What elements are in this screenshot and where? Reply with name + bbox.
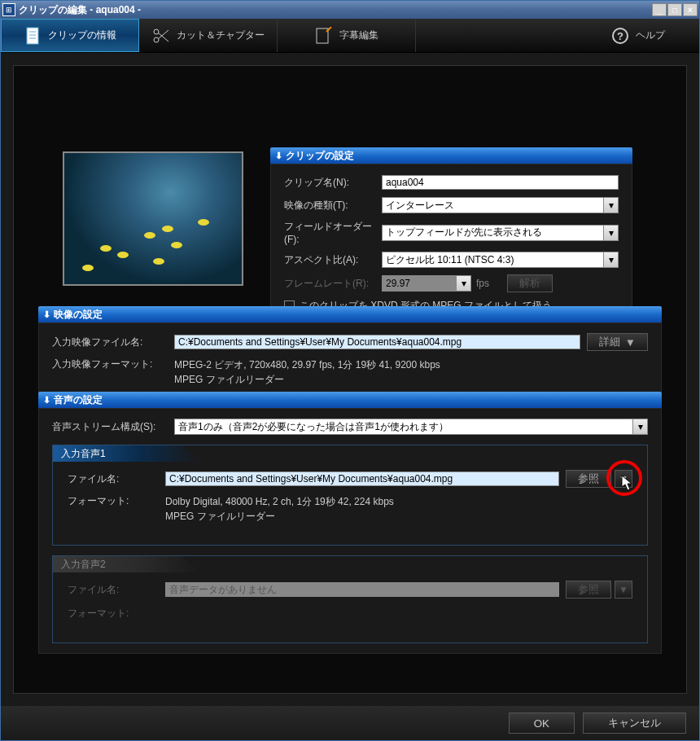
- toolbar: クリップの情報 カット＆チャプター 字幕編集 ? ヘルプ: [1, 19, 699, 53]
- clip-name-label: クリップ名(N):: [284, 176, 382, 190]
- chevron-down-icon: ⬇: [43, 395, 50, 406]
- video-format-label: 入力映像フォーマット:: [52, 357, 174, 371]
- audio1-dropdown-button[interactable]: ▼: [615, 470, 632, 488]
- audio2-file-label: ファイル名:: [68, 583, 165, 597]
- video-file-input[interactable]: [174, 335, 580, 349]
- aspect-label: アスペクト比(A):: [284, 253, 382, 267]
- audio2-dropdown-button: ▼: [615, 581, 632, 598]
- analyze-button: 解析: [507, 274, 553, 292]
- maximize-button[interactable]: □: [667, 3, 682, 16]
- stream-label: 音声ストリーム構成(S):: [52, 420, 174, 434]
- window-controls: _ □ ×: [652, 3, 698, 16]
- detail-button[interactable]: 詳細 ▼: [587, 333, 648, 351]
- audio2-format-label: フォーマット:: [68, 607, 165, 620]
- bottom-bar: OK キャンセル: [1, 706, 699, 740]
- tab-label: カット＆チャプター: [177, 28, 265, 42]
- titlebar[interactable]: ⊞ クリップの編集 - aqua004 - _ □ ×: [1, 1, 699, 19]
- chevron-down-icon: ⬇: [275, 151, 282, 161]
- aspect-select[interactable]: ピクセル比 10:11 (NTSC 4:3)▾: [382, 252, 619, 268]
- svg-point-5: [154, 29, 159, 34]
- field-order-label: フィールドオーダー(F):: [284, 220, 382, 245]
- clip-thumbnail: [63, 151, 243, 286]
- section-header: ⬇ クリップの設定: [270, 147, 632, 164]
- svg-rect-0: [27, 28, 38, 44]
- app-window: ⊞ クリップの編集 - aqua004 - _ □ × クリップの情報 カット＆…: [0, 0, 700, 741]
- svg-text:?: ?: [617, 30, 623, 42]
- svg-line-7: [158, 30, 168, 39]
- tab-help[interactable]: ? ヘルプ: [577, 19, 699, 52]
- tab-label: ヘルプ: [636, 28, 665, 42]
- browse-button[interactable]: 参照: [566, 470, 611, 488]
- framerate-label: フレームレート(R):: [284, 277, 382, 291]
- browse-button-disabled: 参照: [566, 581, 611, 598]
- clip-settings-section: ⬇ クリップの設定 クリップ名(N): 映像の種類(T): インターレース▾ フ…: [270, 147, 632, 323]
- audio1-file-input[interactable]: [165, 471, 559, 486]
- audio1-format-label: フォーマット:: [68, 494, 165, 508]
- fps-unit: fps: [476, 278, 501, 289]
- dropdown-icon[interactable]: ▾: [632, 419, 647, 434]
- tab-subtitle[interactable]: 字幕編集: [278, 19, 416, 52]
- video-file-label: 入力映像ファイル名:: [52, 335, 174, 349]
- field-order-select[interactable]: トップフィールドが先に表示される▾: [382, 225, 619, 241]
- edit-icon: [315, 27, 333, 45]
- chevron-down-icon: ⬇: [43, 309, 50, 320]
- audio1-subsection: 入力音声1 ファイル名: 参照 ▼ フォーマット:: [52, 445, 648, 546]
- scissors-icon: [152, 27, 170, 45]
- document-icon: [24, 27, 42, 45]
- audio2-file-input: [165, 582, 559, 597]
- stream-select[interactable]: 音声1のみ（音声2が必要になった場合は音声1が使われます）▾: [174, 419, 648, 435]
- tab-clip-info[interactable]: クリップの情報: [1, 19, 139, 52]
- sub-header: 入力音声1: [53, 445, 199, 462]
- dropdown-icon[interactable]: ▾: [603, 252, 618, 267]
- window-title: クリップの編集 - aqua004 -: [19, 3, 652, 17]
- video-type-label: 映像の種類(T):: [284, 199, 382, 213]
- cancel-button[interactable]: キャンセル: [583, 712, 686, 734]
- tab-cut-chapter[interactable]: カット＆チャプター: [139, 19, 278, 52]
- content-area: ⬇ クリップの設定 クリップ名(N): 映像の種類(T): インターレース▾ フ…: [1, 53, 699, 706]
- inner-panel: ⬇ クリップの設定 クリップ名(N): 映像の種類(T): インターレース▾ フ…: [13, 65, 687, 694]
- video-format-info: MPEG-2 ビデオ, 720x480, 29.97 fps, 1分 19秒 4…: [174, 357, 440, 387]
- tab-label: 字幕編集: [339, 28, 378, 42]
- audio2-subsection: 入力音声2 ファイル名: 参照 ▼ フォーマット:: [52, 555, 648, 643]
- sub-header: 入力音声2: [53, 556, 199, 572]
- section-header: ⬇ 映像の設定: [38, 306, 662, 322]
- section-header: ⬇ 音声の設定: [38, 392, 662, 408]
- video-settings-section: ⬇ 映像の設定 入力映像ファイル名: 詳細 ▼ 入力映像フォーマット: MPEG…: [38, 306, 662, 404]
- minimize-button[interactable]: _: [652, 3, 667, 16]
- section-title: 音声の設定: [54, 393, 103, 407]
- framerate-select: 29.97▾: [382, 275, 471, 292]
- close-button[interactable]: ×: [683, 3, 698, 16]
- dropdown-icon: ▾: [456, 276, 470, 291]
- tab-label: クリップの情報: [48, 28, 116, 42]
- app-icon: ⊞: [2, 3, 15, 16]
- svg-point-4: [154, 37, 159, 42]
- audio1-format-info: Dolby Digital, 48000 Hz, 2 ch, 1分 19秒 42…: [165, 494, 394, 524]
- ok-button[interactable]: OK: [509, 712, 575, 734]
- audio-settings-section: ⬇ 音声の設定 音声ストリーム構成(S): 音声1のみ（音声2が必要になった場合…: [38, 392, 662, 654]
- help-icon: ?: [611, 27, 629, 45]
- section-title: 映像の設定: [54, 308, 103, 322]
- chevron-down-icon: ▼: [625, 336, 636, 349]
- video-type-select[interactable]: インターレース▾: [382, 197, 619, 213]
- dropdown-icon[interactable]: ▾: [603, 226, 618, 240]
- clip-name-input[interactable]: [382, 175, 619, 190]
- section-title: クリップの設定: [286, 149, 354, 163]
- svg-line-9: [326, 27, 331, 32]
- dropdown-icon[interactable]: ▾: [603, 198, 618, 213]
- audio1-file-label: ファイル名:: [68, 472, 165, 486]
- svg-line-6: [158, 33, 168, 42]
